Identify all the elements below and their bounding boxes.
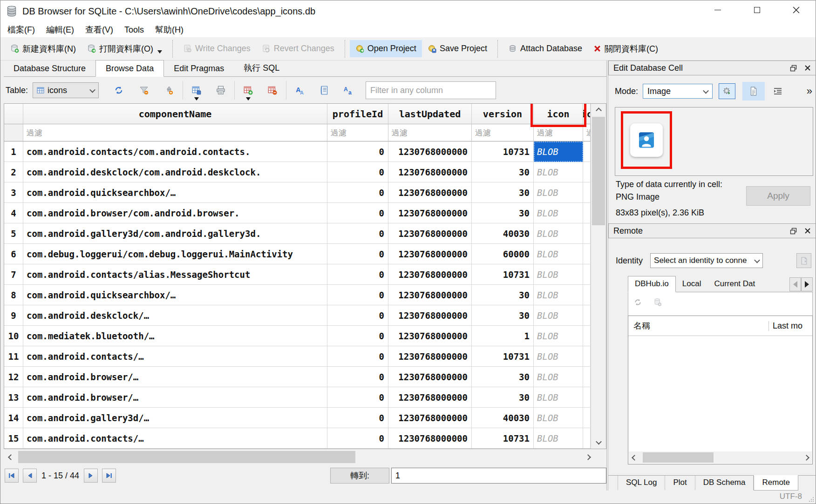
save-filter-order-button[interactable] <box>161 82 177 99</box>
row-number-cell[interactable]: 15 <box>4 428 23 449</box>
table-select[interactable]: icons <box>33 82 99 98</box>
icon-blob-cell[interactable]: BLOB <box>534 326 583 346</box>
lastUpdated-cell[interactable]: 1230768000000 <box>388 428 472 449</box>
row-number-cell[interactable]: 7 <box>4 264 23 285</box>
tab-edit-pragmas[interactable]: Edit Pragmas <box>164 61 234 76</box>
profileId-cell[interactable]: 0 <box>327 244 388 264</box>
row-number-cell[interactable]: 2 <box>4 162 23 182</box>
componentName-cell[interactable]: com.android.quicksearchbox/… <box>23 285 327 305</box>
format-bold-button[interactable]: AA <box>292 82 308 99</box>
filter-version[interactable]: 過濾 <box>472 124 534 141</box>
icon-blob-cell[interactable]: BLOB <box>534 244 583 264</box>
partial-cell[interactable] <box>583 408 591 428</box>
lastUpdated-cell[interactable]: 1230768000000 <box>388 346 472 367</box>
lastUpdated-cell[interactable]: 1230768000000 <box>388 141 472 162</box>
lastUpdated-cell[interactable]: 1230768000000 <box>388 326 472 346</box>
componentName-cell[interactable]: com.android.browser/… <box>23 387 327 408</box>
componentName-cell[interactable]: com.mediatek.bluetooth/… <box>23 326 327 346</box>
scroll-left-button[interactable] <box>4 450 18 464</box>
header-rownum[interactable] <box>4 104 23 124</box>
version-cell[interactable]: 30 <box>472 367 534 387</box>
panel-splitter[interactable] <box>606 60 608 491</box>
row-number-cell[interactable]: 11 <box>4 346 23 367</box>
version-cell[interactable]: 30 <box>472 305 534 326</box>
row-number-cell[interactable]: 3 <box>4 182 23 203</box>
row-number-cell[interactable]: 10 <box>4 326 23 346</box>
more-options-button[interactable]: » <box>807 85 812 97</box>
componentName-cell[interactable]: com.android.contacts/com.android.contact… <box>23 141 327 162</box>
revert-changes-button[interactable]: Revert Changes <box>256 40 340 57</box>
vertical-scrollbar[interactable] <box>591 104 606 449</box>
scroll-down-button[interactable] <box>591 436 606 449</box>
header-componentName[interactable]: componentName <box>23 104 327 124</box>
componentName-cell[interactable]: com.android.contacts/… <box>23 428 327 449</box>
open-database-button[interactable]: 打開資料庫(O) <box>82 40 168 58</box>
partial-cell[interactable] <box>583 244 591 264</box>
icon-blob-cell[interactable]: BLOB <box>534 305 583 326</box>
clone-database-button[interactable] <box>796 253 811 268</box>
version-cell[interactable]: 30 <box>472 387 534 408</box>
icon-blob-cell[interactable]: BLOB <box>534 428 583 449</box>
remote-list-scroll-thumb[interactable] <box>643 452 714 463</box>
version-cell[interactable]: 60000 <box>472 244 534 264</box>
row-number-cell[interactable]: 4 <box>4 203 23 223</box>
auto-detect-button[interactable] <box>719 83 735 99</box>
version-cell[interactable]: 10731 <box>472 264 534 285</box>
componentName-cell[interactable]: com.android.contacts/alias.MessageShortc… <box>23 264 327 285</box>
partial-cell[interactable] <box>583 428 591 449</box>
tab-plot[interactable]: Plot <box>665 476 695 490</box>
lastUpdated-cell[interactable]: 1230768000000 <box>388 182 472 203</box>
text-view-button[interactable] <box>742 82 765 101</box>
version-cell[interactable]: 40030 <box>472 408 534 428</box>
open-database-dropdown-icon[interactable] <box>157 50 162 54</box>
close-panel-icon[interactable] <box>804 228 811 234</box>
partial-cell[interactable] <box>583 346 591 367</box>
partial-cell[interactable] <box>583 387 591 408</box>
filter-partial[interactable]: 過濾 <box>583 124 591 141</box>
partial-cell[interactable] <box>583 182 591 203</box>
filter-any-column-input[interactable] <box>366 81 496 99</box>
print-button[interactable] <box>213 82 229 99</box>
lastUpdated-cell[interactable]: 1230768000000 <box>388 305 472 326</box>
delete-record-button[interactable] <box>265 82 280 99</box>
icon-blob-cell[interactable]: BLOB <box>534 367 583 387</box>
tab-execute-sql[interactable]: 執行 SQL <box>234 60 289 76</box>
lastUpdated-cell[interactable]: 1230768000000 <box>388 387 472 408</box>
row-number-cell[interactable]: 9 <box>4 305 23 326</box>
new-database-button[interactable]: 新建資料庫(N) <box>5 40 82 58</box>
save-table-button[interactable] <box>189 82 204 99</box>
scroll-right-button[interactable] <box>581 450 595 464</box>
filter-icon[interactable]: 過濾 <box>534 124 583 141</box>
version-cell[interactable]: 40030 <box>472 223 534 244</box>
icon-blob-cell[interactable]: BLOB <box>534 285 583 305</box>
word-wrap-button[interactable] <box>316 82 332 99</box>
float-panel-icon[interactable] <box>790 65 797 72</box>
componentName-cell[interactable]: com.debug.loggerui/com.debug.loggerui.Ma… <box>23 244 327 264</box>
componentName-cell[interactable]: com.android.quicksearchbox/… <box>23 182 327 203</box>
profileId-cell[interactable]: 0 <box>327 367 388 387</box>
profileId-cell[interactable]: 0 <box>327 428 388 449</box>
scroll-up-button[interactable] <box>591 104 606 117</box>
menu-view[interactable]: 查看(V) <box>80 22 119 37</box>
profileId-cell[interactable]: 0 <box>327 162 388 182</box>
format-view-button[interactable] <box>773 87 782 95</box>
menu-file[interactable]: 檔案(F) <box>2 22 41 37</box>
icon-blob-cell[interactable]: BLOB <box>534 387 583 408</box>
row-number-cell[interactable]: 5 <box>4 223 23 244</box>
profileId-cell[interactable]: 0 <box>327 408 388 428</box>
lastUpdated-cell[interactable]: 1230768000000 <box>388 367 472 387</box>
remote-refresh-button[interactable] <box>633 298 642 307</box>
version-cell[interactable]: 10731 <box>472 428 534 449</box>
header-lastUpdated[interactable]: lastUpdated <box>388 104 472 124</box>
version-cell[interactable]: 30 <box>472 285 534 305</box>
row-number-cell[interactable]: 13 <box>4 387 23 408</box>
partial-cell[interactable] <box>583 141 591 162</box>
header-version[interactable]: version <box>472 104 534 124</box>
version-cell[interactable]: 30 <box>472 203 534 223</box>
insert-record-dropdown-icon[interactable] <box>246 97 251 101</box>
partial-cell[interactable] <box>583 264 591 285</box>
filter-lastUpdated[interactable]: 過濾 <box>388 124 472 141</box>
tab-scroll-left-button[interactable] <box>789 277 801 291</box>
save-project-button[interactable]: Save Project <box>422 40 493 57</box>
goto-button[interactable]: 轉到: <box>330 468 389 484</box>
